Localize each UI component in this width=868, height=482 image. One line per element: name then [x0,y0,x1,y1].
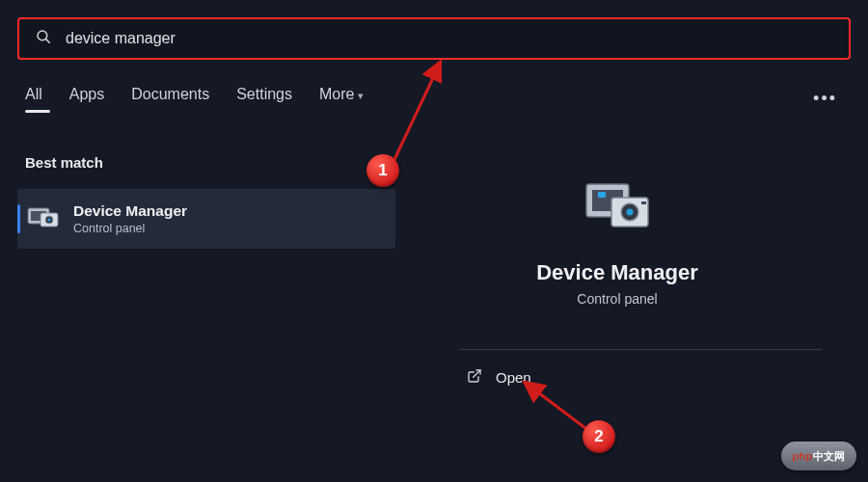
svg-rect-13 [641,201,646,204]
section-best-match: Best match [25,154,103,171]
search-icon [35,28,52,49]
result-title: Device Manager [73,202,187,220]
svg-line-14 [474,370,480,377]
search-input[interactable] [66,30,833,47]
svg-rect-9 [598,192,606,198]
annotation-step-2: 2 [583,420,615,453]
annotation-arrow-2 [521,378,665,455]
overflow-menu-button[interactable]: ••• [807,85,843,113]
svg-point-0 [38,31,47,40]
svg-point-12 [627,209,634,216]
tab-apps[interactable]: Apps [69,86,104,113]
watermark: php中文网 [781,442,856,470]
tab-more-label: More [319,86,354,102]
watermark-left: php [793,450,813,462]
svg-line-16 [527,384,598,438]
tab-settings[interactable]: Settings [236,86,292,113]
annotation-step-1: 1 [366,154,399,187]
device-manager-icon [583,172,652,241]
svg-point-6 [47,218,50,221]
detail-panel: Device Manager Control panel [444,172,791,307]
chevron-down-icon: ▾ [358,90,364,101]
search-bar[interactable] [17,17,851,60]
detail-title: Device Manager [444,260,791,285]
result-device-manager[interactable]: Device Manager Control panel [17,189,395,249]
tab-all[interactable]: All [25,86,42,113]
annotation-arrow-1 [230,60,442,185]
svg-line-15 [390,64,440,170]
open-button[interactable]: Open [467,368,531,387]
watermark-right: 中文网 [813,449,846,464]
device-manager-icon [27,204,60,233]
result-text: Device Manager Control panel [73,202,187,235]
open-label: Open [496,369,531,386]
tab-documents[interactable]: Documents [131,86,209,113]
tab-more[interactable]: More▾ [319,86,364,113]
svg-line-1 [45,39,49,42]
filter-tabs: All Apps Documents Settings More▾ ••• [25,85,843,113]
detail-subtitle: Control panel [444,291,791,307]
result-subtitle: Control panel [73,222,187,235]
divider [459,349,822,350]
open-external-icon [467,368,482,387]
